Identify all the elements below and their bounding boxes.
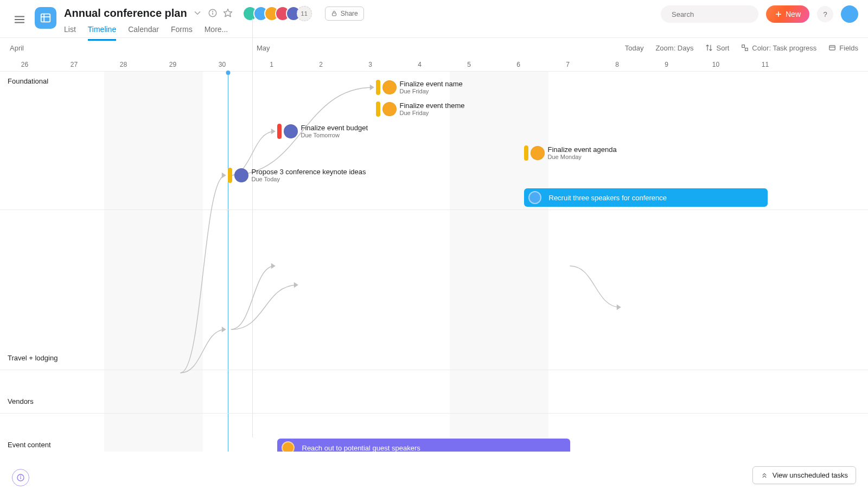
task-title: Finalize event agenda — [548, 145, 617, 154]
new-label: New — [786, 10, 801, 18]
day-header-cell: 9 — [642, 58, 691, 71]
share-label: Share — [341, 10, 358, 17]
task-pill — [376, 80, 380, 95]
project-title[interactable]: Annual conference plan — [64, 7, 187, 20]
assignee-avatar — [282, 441, 295, 452]
task-chip[interactable]: Finalize event budgetDue Tomorrow — [277, 123, 368, 140]
task-due: Due Friday — [400, 110, 465, 117]
today-button[interactable]: Today — [625, 44, 644, 52]
section-row: Travel + lodging — [0, 348, 868, 370]
day-header-cell: 28 — [99, 58, 148, 71]
project-icon — [35, 7, 56, 29]
member-avatars[interactable]: 11 — [247, 6, 312, 21]
task-title: Recruit three speakers for conference — [549, 194, 667, 202]
task-chip[interactable]: Propose 3 conference keynote ideasDue To… — [228, 167, 366, 184]
task-pill — [376, 101, 380, 117]
info-icon[interactable] — [208, 8, 218, 18]
task-due: Due Monday — [548, 154, 617, 161]
task-due: Due Today — [252, 176, 366, 183]
task-due: Due Friday — [400, 88, 463, 95]
task-due: Due Tomorrow — [301, 132, 368, 139]
assignee-avatar — [284, 124, 298, 138]
assignee-avatar — [531, 146, 545, 160]
menu-button[interactable] — [10, 10, 29, 29]
day-header-cell: 6 — [494, 58, 543, 71]
section-row: Event contentReach out to potential gues… — [0, 435, 868, 452]
day-header-cell: 4 — [395, 58, 444, 71]
task-title: Finalize event budget — [301, 124, 368, 132]
search-field[interactable] — [672, 10, 763, 18]
color-button[interactable]: Color: Task progress — [741, 44, 816, 52]
task-bar[interactable]: Recruit three speakers for conference — [524, 188, 768, 207]
month-label-right: May — [257, 44, 270, 52]
day-header-cell: 8 — [592, 58, 642, 71]
task-chip[interactable]: Finalize event themeDue Friday — [376, 100, 465, 118]
svg-rect-17 — [829, 46, 835, 50]
task-bar[interactable]: Reach out to potential guest speakers — [277, 439, 570, 452]
day-header-cell: 2 — [296, 58, 346, 71]
day-header-cell: 10 — [691, 58, 741, 71]
search-input[interactable] — [661, 5, 758, 23]
section-row: FoundationalFinalize event nameDue Frida… — [0, 72, 868, 210]
task-pill — [524, 145, 528, 161]
section-label[interactable]: Foundational — [8, 77, 48, 85]
section-label[interactable]: Travel + lodging — [8, 354, 58, 362]
task-pill — [277, 124, 282, 139]
fields-button[interactable]: Fields — [828, 44, 858, 52]
task-chip[interactable]: Finalize event agendaDue Monday — [524, 144, 617, 162]
month-label-left: April — [10, 44, 24, 52]
task-title: Finalize event theme — [400, 101, 465, 110]
timeline-body: FoundationalFinalize event nameDue Frida… — [0, 72, 868, 452]
star-icon[interactable] — [223, 8, 233, 18]
zoom-control[interactable]: Zoom: Days — [655, 44, 693, 52]
task-pill — [228, 168, 232, 183]
day-header-cell: 7 — [543, 58, 592, 71]
section-label[interactable]: Event content — [8, 441, 51, 449]
section-label[interactable]: Vendors — [8, 397, 34, 405]
new-button[interactable]: New — [766, 5, 809, 23]
section-row: Vendors — [0, 392, 868, 414]
help-button[interactable]: ? — [817, 6, 833, 22]
svg-rect-16 — [745, 48, 748, 51]
day-header-cell: 5 — [444, 58, 494, 71]
svg-rect-15 — [742, 45, 745, 48]
day-header-cell: 29 — [148, 58, 197, 71]
avatar-overflow: 11 — [297, 6, 312, 21]
assignee-avatar — [382, 80, 397, 94]
day-header-cell: 26 — [0, 58, 49, 71]
task-title: Reach out to potential guest speakers — [302, 444, 420, 452]
day-header-cell: 11 — [741, 58, 790, 71]
day-header-cell: 1 — [247, 58, 296, 71]
day-header-cell: 3 — [346, 58, 395, 71]
svg-rect-3 — [41, 14, 50, 22]
sort-button[interactable]: Sort — [705, 44, 729, 52]
day-header-cell: 27 — [49, 58, 99, 71]
svg-marker-9 — [224, 9, 232, 17]
timeline-toolbar: April May Today Zoom: Days Sort Color: T… — [0, 38, 868, 58]
task-title: Finalize event name — [400, 80, 463, 88]
assignee-avatar — [234, 168, 248, 182]
assignee-avatar — [528, 191, 541, 204]
assignee-avatar — [382, 102, 397, 116]
svg-rect-10 — [332, 13, 336, 16]
svg-point-8 — [212, 11, 213, 12]
task-chip[interactable]: Finalize event nameDue Friday — [376, 79, 463, 96]
day-header: 26272829301234567891011 — [0, 58, 868, 72]
profile-avatar[interactable] — [841, 5, 858, 23]
day-header-cell: 30 — [197, 58, 247, 71]
timeline[interactable]: 26272829301234567891011 FoundationalFina… — [0, 58, 868, 452]
chevron-down-icon[interactable] — [193, 8, 202, 18]
top-bar: Annual conference plan 11 Share ListTime… — [0, 0, 868, 38]
task-title: Propose 3 conference keynote ideas — [252, 168, 366, 176]
share-button[interactable]: Share — [325, 7, 364, 21]
